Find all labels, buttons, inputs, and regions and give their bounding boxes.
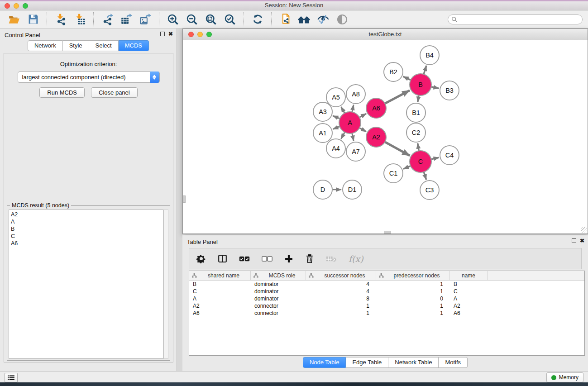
svg-text:B1: B1 — [412, 109, 420, 116]
graph-node-C1[interactable]: C1 — [384, 164, 403, 183]
export-image-icon[interactable] — [138, 12, 153, 27]
tab-style[interactable]: Style — [63, 40, 89, 51]
graph-node-B4[interactable]: B4 — [420, 46, 439, 65]
svg-text:D1: D1 — [348, 186, 357, 193]
add-column-icon[interactable] — [284, 254, 293, 263]
table-row[interactable]: A6connector11A6 — [189, 310, 584, 317]
graph-node-A2[interactable]: A2 — [366, 127, 386, 147]
select-all-icon[interactable] — [239, 256, 250, 262]
attribute-type-icon — [192, 273, 197, 278]
settings-gear-icon[interactable] — [196, 254, 206, 263]
graph-node-C4[interactable]: C4 — [440, 146, 459, 165]
criterion-dropdown[interactable]: largest connected component (directed) — [18, 71, 160, 83]
column-header-MCDS-role[interactable]: MCDS role — [251, 271, 306, 280]
graph-node-A4[interactable]: A4 — [326, 139, 345, 158]
graph-node-C[interactable]: C — [410, 151, 431, 172]
table-row[interactable]: Cdominator41C — [189, 288, 584, 295]
column-header-predecessor-nodes[interactable]: predecessor nodes — [376, 271, 450, 280]
delete-column-icon[interactable] — [305, 254, 314, 263]
close-panel-button[interactable]: Close panel — [91, 87, 138, 98]
mcds-result-item[interactable]: A6 — [11, 240, 163, 247]
svg-text:A: A — [348, 119, 352, 126]
graph-node-A1[interactable]: A1 — [313, 124, 332, 143]
network-window-titlebar[interactable]: testGlobe.txt — [183, 29, 588, 40]
memory-button[interactable]: Memory — [546, 372, 583, 382]
network-horizontal-scrollbar[interactable] — [384, 231, 391, 234]
mcds-result-item[interactable]: C — [11, 233, 163, 240]
table-cell: dominator — [251, 288, 306, 295]
tab-motifs[interactable]: Motifs — [439, 357, 468, 368]
import-network-icon[interactable] — [53, 12, 68, 27]
graph-node-C2[interactable]: C2 — [406, 123, 425, 142]
graph-node-B3[interactable]: B3 — [440, 81, 459, 100]
graph-node-A8[interactable]: A8 — [346, 85, 365, 104]
refresh-icon[interactable] — [250, 12, 265, 27]
tab-mcds[interactable]: MCDS — [119, 40, 149, 51]
float-table-panel-icon[interactable] — [572, 238, 576, 243]
float-panel-icon[interactable] — [160, 32, 165, 36]
graph-node-A[interactable]: A — [339, 112, 361, 133]
export-table-icon[interactable] — [119, 12, 134, 27]
mcds-result-list[interactable]: A2ABCA6 — [9, 210, 163, 359]
table-cell: B — [189, 281, 251, 288]
mcds-result-item[interactable]: A — [11, 218, 163, 225]
node-table-rows: Bdominator41BCdominator41CAdominator80AA… — [189, 281, 584, 317]
graph-node-A6[interactable]: A6 — [366, 98, 386, 118]
import-table-icon[interactable] — [72, 12, 87, 27]
hide-eye-icon[interactable] — [316, 12, 331, 27]
gray-eye-icon[interactable] — [335, 12, 350, 27]
close-table-panel-icon[interactable]: ✖ — [580, 238, 584, 243]
svg-text:A2: A2 — [372, 133, 380, 141]
split-panel-icon[interactable] — [218, 254, 227, 263]
tab-network[interactable]: Network — [28, 40, 63, 51]
table-cell: A6 — [450, 310, 488, 317]
function-builder-icon[interactable]: f(x) — [349, 254, 363, 264]
table-cell: 1 — [376, 281, 450, 288]
delete-table-icon[interactable] — [326, 255, 337, 262]
mcds-result-scrollbar[interactable] — [163, 210, 168, 359]
table-row[interactable]: Bdominator41B — [189, 281, 584, 288]
open-file-icon[interactable] — [6, 12, 22, 27]
home-icon[interactable] — [296, 12, 312, 27]
network-vertical-scrollbar[interactable] — [183, 195, 186, 203]
table-row[interactable]: A2connector11A2 — [189, 302, 584, 310]
table-row[interactable]: Adominator80A — [189, 295, 584, 302]
export-network-icon[interactable] — [100, 12, 115, 27]
graph-node-B[interactable]: B — [410, 74, 431, 95]
mcds-result-item[interactable]: B — [11, 225, 163, 233]
svg-text:C: C — [418, 158, 423, 165]
graph-node-A5[interactable]: A5 — [326, 88, 345, 107]
save-session-icon[interactable] — [25, 12, 41, 27]
mcds-result-groupbox: MCDS result (5 nodes) A2ABCA6 — [7, 205, 170, 361]
column-header-successor-nodes[interactable]: successor nodes — [306, 271, 376, 280]
svg-text:C4: C4 — [445, 152, 454, 159]
tab-node-table[interactable]: Node Table — [303, 357, 346, 368]
close-panel-icon[interactable]: ✖ — [168, 32, 173, 36]
tab-select[interactable]: Select — [89, 40, 119, 51]
graph-node-A3[interactable]: A3 — [313, 102, 332, 121]
zoom-in-icon[interactable] — [165, 12, 181, 27]
tab-edge-table[interactable]: Edge Table — [346, 357, 388, 368]
graph-node-B2[interactable]: B2 — [384, 62, 403, 81]
open-session-icon[interactable] — [277, 12, 293, 27]
zoom-selected-icon[interactable] — [222, 12, 238, 27]
resize-grip-icon[interactable] — [581, 227, 587, 233]
graph-node-A7[interactable]: A7 — [346, 142, 365, 161]
graph-node-C3[interactable]: C3 — [420, 181, 439, 200]
graph-node-D[interactable]: D — [313, 180, 332, 199]
run-mcds-button[interactable]: Run MCDS — [39, 87, 85, 98]
attribute-type-icon — [309, 273, 314, 278]
search-input[interactable] — [448, 14, 583, 24]
network-canvas[interactable]: B4B2BB3A8A5A6A3B1AC2A1A2A4A7C4CC1C3DD1 — [183, 40, 587, 232]
svg-text:B4: B4 — [425, 52, 434, 59]
tab-network-table[interactable]: Network Table — [388, 357, 439, 368]
graph-node-B1[interactable]: B1 — [406, 103, 425, 122]
mcds-result-item[interactable]: A2 — [11, 211, 163, 218]
zoom-out-icon[interactable] — [184, 12, 200, 27]
window-list-button[interactable] — [5, 373, 18, 382]
column-header-name[interactable]: name — [450, 271, 488, 280]
column-header-shared-name[interactable]: shared name — [189, 271, 251, 280]
zoom-fit-icon[interactable] — [203, 12, 219, 27]
deselect-all-icon[interactable] — [262, 256, 272, 262]
graph-node-D1[interactable]: D1 — [343, 180, 362, 199]
